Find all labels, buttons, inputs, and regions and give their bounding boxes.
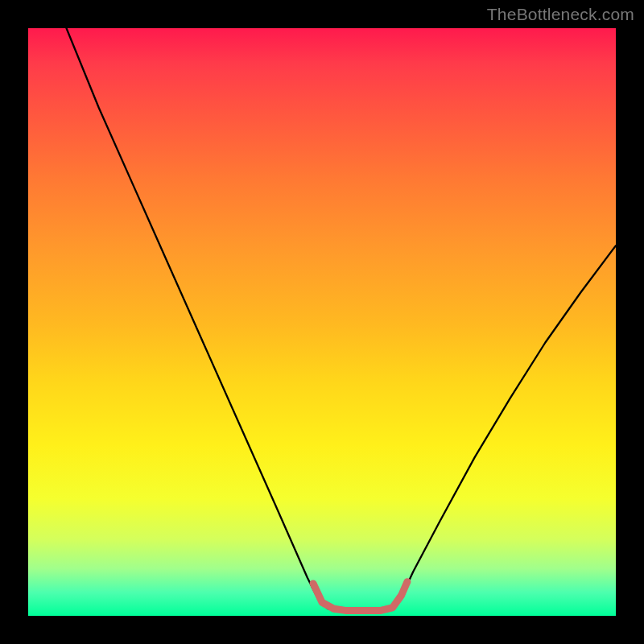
watermark-label: TheBottleneck.com xyxy=(487,5,634,24)
chart-frame: TheBottleneck.com xyxy=(0,0,644,644)
curve-layer xyxy=(28,28,616,616)
plot-area xyxy=(28,28,616,616)
black-curve-path xyxy=(67,28,617,610)
trough-highlight-path xyxy=(313,582,407,611)
